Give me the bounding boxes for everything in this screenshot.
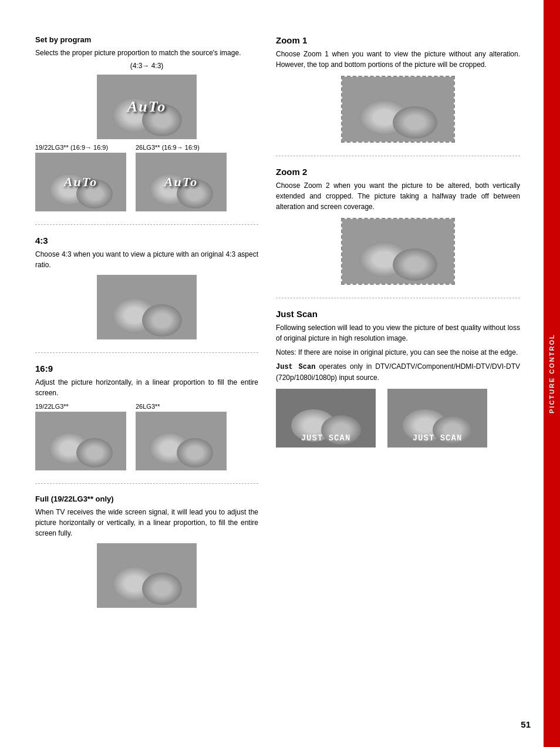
image-row-16-9: 19/22LG3** 26LG3** <box>35 403 258 470</box>
just-scan-overlay-2: JUST SCAN <box>413 433 463 443</box>
image-row-auto-small: 19/22LG3** (16:9→ 16:9) AuTo 26LG3** (16… <box>35 144 258 211</box>
tv-image-16-9-1 <box>35 412 126 470</box>
zoom1-inner <box>342 77 454 142</box>
section-text-just-scan-2: Notes: If there are noise in original pi… <box>276 347 520 358</box>
left-column: Set by program Selects the proper pictur… <box>35 35 258 712</box>
image-zoom1 <box>276 76 520 143</box>
section-text-4-3: Choose 4:3 when you want to view a pictu… <box>35 249 258 270</box>
right-column: Zoom 1 Choose Zoom 1 when you want to vi… <box>276 35 520 712</box>
image-full <box>35 543 258 608</box>
section-text-set-by-program: Selects the proper picture proportion to… <box>35 48 258 58</box>
pills-bg-16-9-2 <box>136 412 227 470</box>
tv-image-full <box>97 543 197 608</box>
section-title-set-by-program: Set by program <box>35 35 258 44</box>
section-4-3: 4:3 Choose 4:3 when you want to view a p… <box>35 235 258 353</box>
img-label-16-9-2: 26LG3** <box>136 403 227 410</box>
section-zoom1: Zoom 1 Choose Zoom 1 when you want to vi… <box>276 35 520 156</box>
just-scan-img-2: JUST SCAN <box>387 389 487 447</box>
section-title-just-scan: Just Scan <box>276 309 520 319</box>
zoom2-inner <box>342 219 454 284</box>
tv-image-auto-small-1: AuTo <box>35 153 126 211</box>
section-title-zoom2: Zoom 2 <box>276 167 520 177</box>
pills-bg-4-3 <box>97 275 197 339</box>
section-text-zoom1: Choose Zoom 1 when you want to view the … <box>276 49 520 70</box>
section-text-just-scan-3: Just Scan operates only in DTV/CADTV/Com… <box>276 361 520 383</box>
section-text-zoom2: Choose Zoom 2 when you want the picture … <box>276 180 520 212</box>
img-label-2: 26LG3** (16:9→ 16:9) <box>136 144 227 151</box>
zoom2-border <box>341 218 455 285</box>
zoom1-border <box>341 76 455 143</box>
section-16-9: 16:9 Adjust the picture horizontally, in… <box>35 364 258 484</box>
image-col-2: 26LG3** (16:9→ 16:9) AuTo <box>136 144 227 211</box>
tv-image-16-9-2 <box>136 412 227 470</box>
section-title-4-3: 4:3 <box>35 235 258 245</box>
section-title-16-9: 16:9 <box>35 364 258 374</box>
just-scan-img-1: JUST SCAN <box>276 389 376 447</box>
page-number: 51 <box>521 719 531 729</box>
pills-bg-zoom2 <box>342 219 454 284</box>
image-4-3 <box>35 275 258 339</box>
section-zoom2: Zoom 2 Choose Zoom 2 when you want the p… <box>276 167 520 298</box>
tv-image-4-3 <box>97 275 197 339</box>
image-col-1: 19/22LG3** (16:9→ 16:9) AuTo <box>35 144 126 211</box>
section-title-zoom1: Zoom 1 <box>276 35 520 45</box>
section-just-scan: Just Scan Following selection will lead … <box>276 309 520 456</box>
image-col-16-9-2: 26LG3** <box>136 403 227 470</box>
image-zoom2 <box>276 218 520 285</box>
tv-image-auto-main: AuTo <box>97 75 197 139</box>
pills-bg-zoom1 <box>342 77 454 142</box>
section-title-full: Full (19/22LG3** only) <box>35 494 258 503</box>
section-text-just-scan-1: Following selection will lead to you vie… <box>276 322 520 344</box>
img-label-1: 19/22LG3** (16:9→ 16:9) <box>35 144 126 151</box>
img-label-16-9-1: 19/22LG3** <box>35 403 126 410</box>
sidebar-tab: PICTURE CONTROL <box>544 0 560 747</box>
pills-bg-16-9-1 <box>35 412 126 470</box>
page-container: Set by program Selects the proper pictur… <box>0 0 560 747</box>
just-scan-overlay-1: JUST SCAN <box>301 433 351 443</box>
tv-image-auto-small-2: AuTo <box>136 153 227 211</box>
section-full: Full (19/22LG3** only) When TV receives … <box>35 494 258 621</box>
section-set-by-program: Set by program Selects the proper pictur… <box>35 35 258 225</box>
section-text-full: When TV receives the wide screen signal,… <box>35 507 258 539</box>
section-text-16-9: Adjust the picture horizontally, in a li… <box>35 377 258 398</box>
auto-overlay-small-2: AuTo <box>164 174 198 190</box>
image-col-16-9-1: 19/22LG3** <box>35 403 126 470</box>
just-scan-bold: Just Scan <box>276 363 315 371</box>
pills-bg-full <box>97 543 197 608</box>
auto-overlay-small-1: AuTo <box>64 174 97 190</box>
auto-overlay-main: AuTo <box>127 98 166 116</box>
just-scan-images: JUST SCAN JUST SCAN <box>276 389 520 447</box>
image-auto-main: AuTo <box>35 75 258 139</box>
main-content: Set by program Selects the proper pictur… <box>0 0 544 747</box>
sidebar-tab-label: PICTURE CONTROL <box>548 334 555 413</box>
formula-set-by-program: (4:3→ 4:3) <box>35 62 258 70</box>
